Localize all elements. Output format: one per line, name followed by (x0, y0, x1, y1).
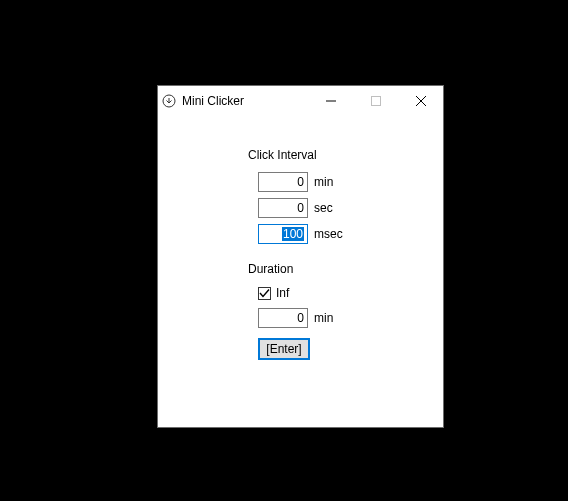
interval-sec-row: 0 sec (248, 198, 443, 218)
content-area: Click Interval 0 min 0 sec 100 msec Dura… (158, 116, 443, 360)
click-interval-label: Click Interval (248, 148, 443, 162)
maximize-button[interactable] (353, 86, 398, 116)
duration-inf-row: Inf (248, 286, 443, 300)
interval-min-row: 0 min (248, 172, 443, 192)
window-title: Mini Clicker (180, 94, 308, 108)
interval-msec-row: 100 msec (248, 224, 443, 244)
interval-sec-input[interactable]: 0 (258, 198, 308, 218)
duration-min-row: 0 min (248, 308, 443, 328)
svg-rect-2 (371, 97, 380, 106)
app-icon (158, 86, 180, 116)
titlebar[interactable]: Mini Clicker (158, 86, 443, 116)
duration-min-input[interactable]: 0 (258, 308, 308, 328)
interval-min-unit: min (314, 175, 333, 189)
interval-min-input[interactable]: 0 (258, 172, 308, 192)
interval-msec-unit: msec (314, 227, 343, 241)
minimize-button[interactable] (308, 86, 353, 116)
duration-min-unit: min (314, 311, 333, 325)
duration-inf-checkbox[interactable] (258, 287, 271, 300)
enter-button[interactable]: [Enter] (258, 338, 310, 360)
app-window: Mini Clicker Click Interval 0 min 0 sec … (157, 85, 444, 428)
interval-sec-unit: sec (314, 201, 333, 215)
duration-label: Duration (248, 262, 443, 276)
close-button[interactable] (398, 86, 443, 116)
duration-inf-label: Inf (276, 286, 289, 300)
interval-msec-input[interactable]: 100 (258, 224, 308, 244)
window-controls (308, 86, 443, 116)
